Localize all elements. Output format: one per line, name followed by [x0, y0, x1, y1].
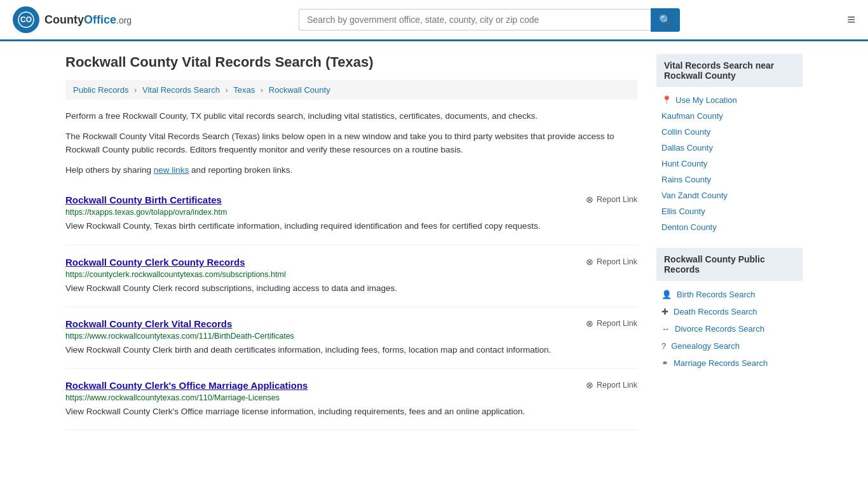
result-url-1[interactable]: https://txapps.texas.gov/tolapp/ovra/ind… — [65, 208, 637, 217]
location-pin-icon: 📍 — [661, 95, 672, 105]
report-label-1: Report Link — [597, 195, 637, 204]
search-area: 🔍 — [299, 8, 680, 32]
sidebar-use-location[interactable]: 📍 Use My Location — [656, 92, 803, 108]
sidebar-rains-county[interactable]: Rains County — [656, 172, 803, 187]
result-item-4: Rockwall County Clerk's Office Marriage … — [65, 369, 637, 430]
logo-icon: CO — [13, 6, 39, 33]
result-item-3: Rockwall County Clerk Vital Records ⊗ Re… — [65, 307, 637, 369]
sidebar-hunt-county[interactable]: Hunt County — [656, 156, 803, 172]
kaufman-county-link[interactable]: Kaufman County — [661, 111, 723, 121]
result-item-1: Rockwall County Birth Certificates ⊗ Rep… — [65, 183, 637, 245]
hunt-county-link[interactable]: Hunt County — [661, 159, 707, 168]
result-title-1[interactable]: Rockwall County Birth Certificates — [65, 194, 222, 205]
report-label-4: Report Link — [597, 381, 637, 390]
result-desc-4: View Rockwall County Clerk's Office marr… — [65, 405, 637, 418]
cross-icon: ✚ — [661, 307, 668, 316]
sidebar-denton-county[interactable]: Denton County — [656, 219, 803, 235]
report-link-3[interactable]: ⊗ Report Link — [586, 318, 637, 329]
sidebar-van-zandt-county[interactable]: Van Zandt County — [656, 187, 803, 203]
report-icon-4: ⊗ — [586, 380, 593, 390]
sidebar-dallas-county[interactable]: Dallas County — [656, 140, 803, 156]
breadcrumb-sep-1: › — [134, 85, 137, 95]
desc-3: Help others by sharing new links and rep… — [65, 163, 637, 177]
sidebar-collin-county[interactable]: Collin County — [656, 124, 803, 140]
sidebar-public-records-section: Rockwall County Public Records 👤 Birth R… — [656, 248, 803, 372]
desc-2: The Rockwall County Vital Records Search… — [65, 130, 637, 157]
result-title-4[interactable]: Rockwall County Clerk's Office Marriage … — [65, 380, 308, 391]
birth-records-link[interactable]: Birth Records Search — [677, 290, 756, 299]
search-input[interactable] — [299, 9, 651, 30]
breadcrumb-rockwall-county[interactable]: Rockwall County — [269, 85, 330, 95]
report-link-1[interactable]: ⊗ Report Link — [586, 194, 637, 205]
results-list: Rockwall County Birth Certificates ⊗ Rep… — [65, 183, 637, 430]
use-my-location-link[interactable]: Use My Location — [675, 95, 737, 105]
sidebar-genealogy[interactable]: ? Genealogy Search — [656, 337, 803, 355]
dallas-county-link[interactable]: Dallas County — [661, 143, 713, 152]
sidebar-marriage-records[interactable]: ⚭ Marriage Records Search — [656, 355, 803, 372]
result-url-2[interactable]: https://countyclerk.rockwallcountytexas.… — [65, 270, 637, 279]
logo-svg: CO — [18, 11, 34, 28]
report-link-4[interactable]: ⊗ Report Link — [586, 380, 637, 390]
sidebar-kaufman-county[interactable]: Kaufman County — [656, 108, 803, 124]
result-header-2: Rockwall County Clerk County Records ⊗ R… — [65, 257, 637, 268]
new-links-link[interactable]: new links — [154, 165, 189, 175]
breadcrumb-texas[interactable]: Texas — [233, 85, 255, 95]
sidebar-divorce-records[interactable]: ↔ Divorce Records Search — [656, 320, 803, 337]
breadcrumb: Public Records › Vital Records Search › … — [65, 80, 637, 100]
search-button[interactable]: 🔍 — [651, 8, 680, 32]
page-title: Rockwall County Vital Records Search (Te… — [65, 54, 637, 71]
ellis-county-link[interactable]: Ellis County — [661, 207, 705, 216]
question-icon: ? — [661, 341, 666, 351]
sidebar: Vital Records Search near Rockwall Count… — [656, 54, 803, 430]
result-header-1: Rockwall County Birth Certificates ⊗ Rep… — [65, 194, 637, 205]
sidebar-nearby-section: Vital Records Search near Rockwall Count… — [656, 54, 803, 235]
marriage-records-link[interactable]: Marriage Records Search — [674, 358, 768, 368]
result-header-4: Rockwall County Clerk's Office Marriage … — [65, 380, 637, 391]
rains-county-link[interactable]: Rains County — [661, 175, 711, 184]
sidebar-nearby-header: Vital Records Search near Rockwall Count… — [656, 54, 803, 87]
result-url-4[interactable]: https://www.rockwallcountytexas.com/110/… — [65, 393, 637, 402]
breadcrumb-sep-2: › — [226, 85, 228, 95]
report-icon-2: ⊗ — [586, 257, 593, 267]
sidebar-death-records[interactable]: ✚ Death Records Search — [656, 303, 803, 320]
sidebar-birth-records[interactable]: 👤 Birth Records Search — [656, 286, 803, 303]
result-url-3[interactable]: https://www.rockwallcountytexas.com/111/… — [65, 332, 637, 341]
genealogy-link[interactable]: Genealogy Search — [671, 341, 740, 351]
arrows-icon: ↔ — [661, 324, 670, 334]
desc-1: Perform a free Rockwall County, TX publi… — [65, 109, 637, 123]
collin-county-link[interactable]: Collin County — [661, 127, 710, 137]
report-label-3: Report Link — [597, 319, 637, 328]
result-desc-3: View Rockwall County Clerk birth and dea… — [65, 344, 637, 356]
divorce-records-link[interactable]: Divorce Records Search — [675, 324, 764, 334]
breadcrumb-sep-3: › — [261, 85, 263, 95]
logo-area: CO CountyOffice.org — [13, 6, 132, 33]
breadcrumb-public-records[interactable]: Public Records — [73, 85, 128, 95]
person-icon: 👤 — [661, 290, 672, 299]
death-records-link[interactable]: Death Records Search — [674, 307, 757, 316]
result-header-3: Rockwall County Clerk Vital Records ⊗ Re… — [65, 318, 637, 329]
report-link-2[interactable]: ⊗ Report Link — [586, 257, 637, 267]
report-label-2: Report Link — [597, 257, 637, 266]
van-zandt-county-link[interactable]: Van Zandt County — [661, 191, 728, 200]
report-icon-3: ⊗ — [586, 318, 593, 329]
main-container: Rockwall County Vital Records Search (Te… — [53, 41, 815, 443]
svg-text:CO: CO — [20, 15, 32, 24]
logo-text: CountyOffice.org — [44, 13, 132, 27]
content-area: Rockwall County Vital Records Search (Te… — [65, 54, 637, 430]
rings-icon: ⚭ — [661, 358, 668, 368]
sidebar-public-records-header: Rockwall County Public Records — [656, 248, 803, 281]
header: CO CountyOffice.org 🔍 ≡ — [0, 0, 868, 41]
search-icon: 🔍 — [659, 15, 672, 25]
result-desc-1: View Rockwall County, Texas birth certif… — [65, 220, 637, 233]
result-item-2: Rockwall County Clerk County Records ⊗ R… — [65, 245, 637, 307]
hamburger-menu-icon[interactable]: ≡ — [847, 11, 855, 28]
report-icon-1: ⊗ — [586, 194, 593, 205]
result-desc-2: View Rockwall County Clerk record subscr… — [65, 282, 637, 295]
result-title-2[interactable]: Rockwall County Clerk County Records — [65, 257, 245, 268]
sidebar-ellis-county[interactable]: Ellis County — [656, 203, 803, 219]
denton-county-link[interactable]: Denton County — [661, 222, 717, 232]
result-title-3[interactable]: Rockwall County Clerk Vital Records — [65, 318, 232, 329]
breadcrumb-vital-records[interactable]: Vital Records Search — [142, 85, 220, 95]
